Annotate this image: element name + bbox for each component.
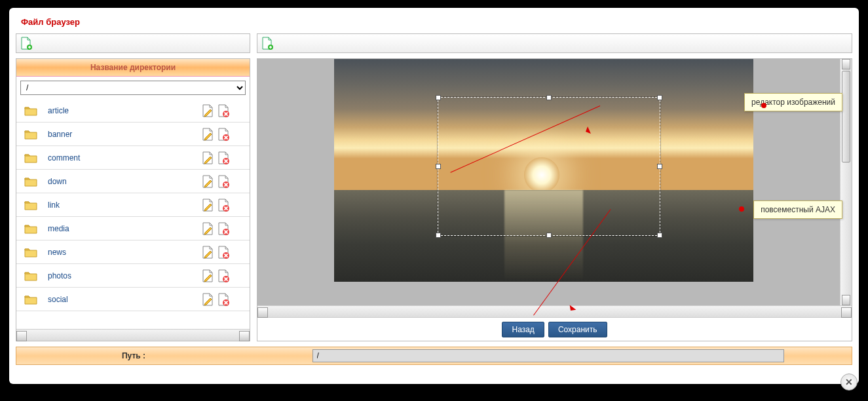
folder-link[interactable]: news (45, 248, 181, 257)
folder-icon (24, 153, 37, 163)
callout-ajax: повсеместный AJAX (753, 200, 842, 219)
callout-dot (761, 103, 766, 108)
back-button[interactable]: Назад (502, 322, 544, 337)
horizontal-scrollbar[interactable] (16, 329, 250, 341)
horizontal-scrollbar[interactable] (257, 305, 852, 317)
table-row: photos (16, 264, 250, 288)
path-input[interactable] (312, 349, 784, 362)
edit-icon[interactable] (201, 245, 214, 259)
delete-icon[interactable] (217, 245, 230, 259)
directory-panel: Название директории / articlebannercomme… (16, 58, 250, 341)
folder-icon (24, 176, 37, 187)
dialog-title: Файл браузер (16, 13, 852, 33)
directory-list: articlebannercommentdownlinkmedianewspho… (16, 99, 250, 329)
table-row: media (16, 217, 250, 240)
crop-handle-w[interactable] (436, 164, 441, 169)
table-row: comment (16, 146, 250, 170)
new-document-icon[interactable] (20, 37, 32, 50)
crop-selection[interactable] (438, 97, 660, 236)
edit-icon[interactable] (201, 269, 214, 283)
delete-icon[interactable] (217, 221, 230, 236)
button-bar: Назад Сохранить (257, 317, 852, 341)
delete-icon[interactable] (217, 127, 230, 142)
folder-link[interactable]: photos (45, 271, 181, 280)
directory-select[interactable]: / (20, 81, 246, 95)
edit-icon[interactable] (201, 221, 214, 236)
directory-header: Название директории (16, 59, 250, 77)
table-row: banner (16, 123, 250, 146)
crop-handle-se[interactable] (657, 233, 662, 238)
crop-handle-ne[interactable] (657, 95, 662, 100)
path-label: Путь : (16, 351, 251, 360)
delete-icon[interactable] (217, 269, 230, 283)
folder-link[interactable]: article (45, 106, 181, 115)
edit-icon[interactable] (201, 151, 214, 165)
file-browser-dialog: Файл браузер Название директории / (9, 8, 859, 384)
folder-link[interactable]: comment (45, 153, 181, 162)
folder-icon (24, 105, 37, 116)
folder-icon (24, 294, 37, 305)
delete-icon[interactable] (217, 151, 230, 165)
folder-icon (24, 129, 37, 140)
save-button[interactable]: Сохранить (548, 322, 607, 337)
delete-icon[interactable] (217, 174, 230, 189)
close-button[interactable]: ✕ (840, 373, 858, 391)
folder-link[interactable]: media (45, 224, 181, 233)
table-row: link (16, 193, 250, 217)
folder-link[interactable]: banner (45, 130, 181, 139)
crop-handle-s[interactable] (546, 233, 552, 238)
folder-link[interactable]: link (45, 200, 181, 210)
editor-panel: Назад Сохранить редактор изображений пов… (257, 58, 852, 341)
close-icon: ✕ (845, 377, 853, 387)
callout-dot (739, 206, 744, 212)
crop-handle-nw[interactable] (436, 95, 441, 100)
right-toolbar (257, 33, 852, 53)
edit-icon[interactable] (201, 174, 214, 189)
table-row: article (16, 99, 250, 123)
folder-link[interactable]: down (45, 177, 181, 186)
table-row: down (16, 170, 250, 193)
table-row: news (16, 240, 250, 264)
table-row: social (16, 288, 250, 311)
crop-handle-n[interactable] (546, 95, 552, 100)
delete-icon[interactable] (217, 292, 230, 307)
path-footer: Путь : (16, 347, 852, 365)
folder-icon (24, 271, 37, 281)
edit-icon[interactable] (201, 127, 214, 142)
crop-handle-sw[interactable] (436, 233, 441, 238)
edit-icon[interactable] (201, 292, 214, 307)
callout-editor: редактор изображений (744, 93, 842, 111)
edit-icon[interactable] (201, 198, 214, 212)
new-document-icon[interactable] (261, 37, 273, 50)
delete-icon[interactable] (217, 104, 230, 118)
folder-icon (24, 247, 37, 258)
edit-icon[interactable] (201, 104, 214, 118)
folder-icon (24, 200, 37, 210)
left-toolbar (16, 33, 250, 53)
folder-icon (24, 223, 37, 234)
delete-icon[interactable] (217, 198, 230, 212)
folder-link[interactable]: social (45, 295, 181, 304)
crop-handle-e[interactable] (657, 164, 662, 169)
